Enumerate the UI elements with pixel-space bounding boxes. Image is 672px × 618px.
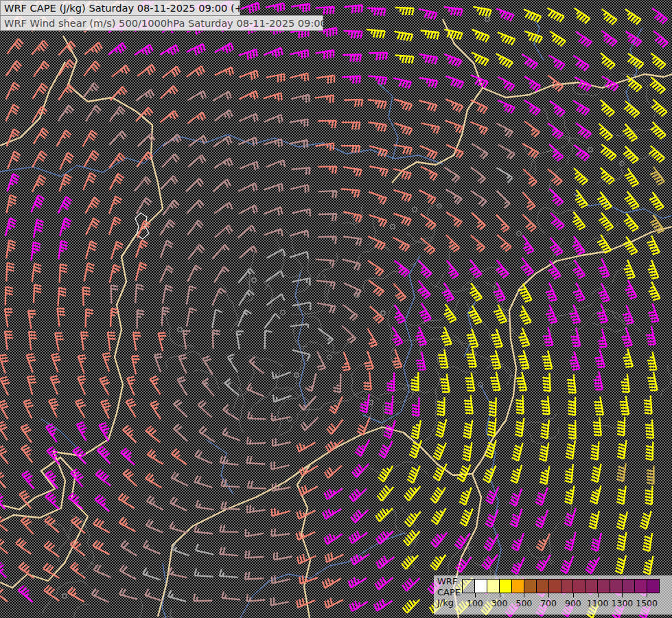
legend-tick-label: 900 xyxy=(565,598,581,608)
legend-tick-mark xyxy=(622,593,623,597)
legend-label-unit: J/kg xyxy=(437,597,461,608)
legend-tick-label: 500 xyxy=(515,598,532,608)
legend-tick-label: 700 xyxy=(540,598,557,608)
legend-swatch-15 xyxy=(647,580,659,593)
legend-label: WRF CAPE J/kg xyxy=(437,576,461,608)
legend-tick-mark xyxy=(524,593,524,597)
city-marker-layer xyxy=(62,17,624,598)
cape-title: WRF CAPE (J/kg) Saturday 08-11-2025 09:0… xyxy=(0,0,240,16)
legend-swatch-5 xyxy=(524,580,536,593)
map-canvas xyxy=(0,0,672,618)
legend-swatch-1 xyxy=(474,580,487,593)
wind-barb-layer xyxy=(0,0,668,618)
legend-swatch-6 xyxy=(536,580,548,593)
legend-swatch-11 xyxy=(597,580,610,593)
legend-color-strip xyxy=(462,579,660,593)
legend-tick-label: 1300 xyxy=(611,598,633,608)
legend-label-parameter: CAPE xyxy=(437,587,461,598)
legend-tick-label: 300 xyxy=(491,598,508,608)
legend-tick-mark xyxy=(475,593,476,597)
legend-tick-mark xyxy=(573,593,574,597)
wind-shear-title: WRF Wind shear (m/s) 500/1000hPa Saturda… xyxy=(0,15,323,31)
legend-tick-label: 1500 xyxy=(636,598,658,608)
legend-swatch-0 xyxy=(463,580,474,593)
legend-swatch-4 xyxy=(511,580,524,593)
legend-swatch-2 xyxy=(487,580,499,593)
legend-tick-mark xyxy=(548,593,549,597)
cape-color-legend: WRF CAPE J/kg 10030050070090011001300150… xyxy=(434,575,672,615)
legend-swatch-12 xyxy=(610,580,622,593)
legend-label-model: WRF xyxy=(437,576,461,587)
legend-tick-mark xyxy=(647,593,647,597)
legend-tick-label: 1100 xyxy=(587,598,609,608)
legend-swatch-9 xyxy=(572,580,585,593)
map-title-block: WRF CAPE (J/kg) Saturday 08-11-2025 09:0… xyxy=(0,0,323,31)
legend-tick-mark xyxy=(500,593,500,597)
legend-tick-label: 100 xyxy=(467,598,483,608)
legend-swatch-13 xyxy=(622,580,634,593)
wrf-weather-map: WRF CAPE (J/kg) Saturday 08-11-2025 09:0… xyxy=(0,0,672,618)
legend-swatch-8 xyxy=(561,580,573,593)
legend-swatch-10 xyxy=(585,580,597,593)
legend-tick-mark xyxy=(598,593,599,597)
legend-swatch-3 xyxy=(499,580,511,593)
legend-swatch-14 xyxy=(634,580,647,593)
legend-swatch-7 xyxy=(548,580,561,593)
